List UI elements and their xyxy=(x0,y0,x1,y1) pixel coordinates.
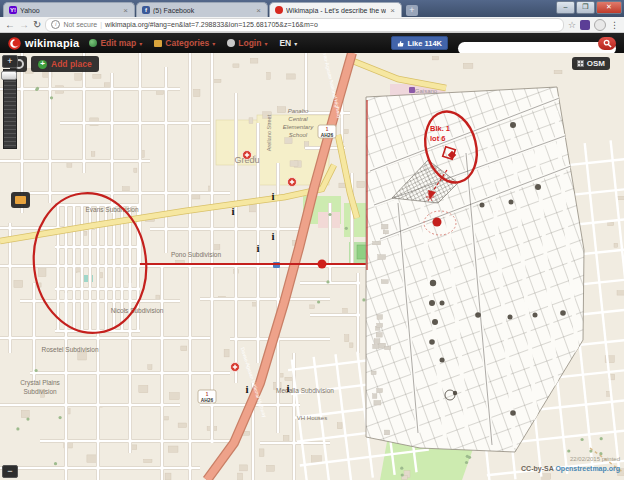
menu-label: Login xyxy=(238,38,261,48)
red-dot-target xyxy=(433,218,442,227)
map-label: Crystal Plains xyxy=(20,379,60,387)
info-place-marker[interactable]: i xyxy=(231,205,234,217)
window-controls: – ❒ ✕ xyxy=(556,1,622,14)
info-place-marker[interactable]: i xyxy=(256,242,259,254)
browser-titlebar: Y!Yahoo×f(5) Facebook×Wikimapia - Let's … xyxy=(0,0,624,17)
menu-login[interactable]: Login▾ xyxy=(227,38,267,48)
hospital-marker[interactable] xyxy=(243,151,252,160)
browser-tab[interactable]: Y!Yahoo× xyxy=(3,2,135,17)
tab-title: Yahoo xyxy=(20,7,119,14)
highway-shield: 1AH26 xyxy=(198,390,216,403)
license-label: CC-by-SA xyxy=(521,465,553,472)
blk-label: Blk. 1 xyxy=(430,124,450,133)
map-type-label: OSM xyxy=(587,59,605,68)
wikimapia-logo[interactable]: wikimapia xyxy=(8,37,79,50)
zoom-track[interactable] xyxy=(3,69,17,149)
zoom-handle[interactable] xyxy=(1,71,17,80)
stamp-blob xyxy=(510,410,516,416)
browser-tab[interactable]: f(5) Facebook× xyxy=(136,2,268,17)
info-place-marker[interactable]: i xyxy=(286,382,289,394)
minimize-button[interactable]: – xyxy=(556,1,575,14)
globe-icon xyxy=(89,39,97,47)
svg-text:AH26: AH26 xyxy=(201,398,214,403)
stamp-blob xyxy=(560,310,566,316)
close-window-button[interactable]: ✕ xyxy=(596,1,622,14)
chevron-down-icon: ▾ xyxy=(139,40,142,47)
maximize-button[interactable]: ❒ xyxy=(576,1,595,14)
info-place-marker[interactable]: i xyxy=(271,190,274,202)
minimap-toggle-button[interactable] xyxy=(11,192,30,208)
map-label: Arellano Street xyxy=(266,114,272,151)
map-label: Elementary xyxy=(283,124,314,130)
wikimapia-swirl-icon xyxy=(8,37,21,50)
menu-label: EN xyxy=(279,38,291,48)
hospital-marker[interactable] xyxy=(288,178,297,187)
address-bar[interactable]: i Not secure | wikimapia.org/#lang=en&la… xyxy=(45,18,564,32)
tab-title: (5) Facebook xyxy=(153,7,252,14)
zoom-out-button[interactable]: − xyxy=(2,465,18,478)
chevron-down-icon: ▾ xyxy=(212,40,215,47)
reload-button[interactable]: ↻ xyxy=(33,19,41,31)
zoom-in-button[interactable]: + xyxy=(2,55,18,68)
menu-en[interactable]: EN▾ xyxy=(279,38,297,48)
wikimapia-header: wikimapia Edit map▾Categories▾Login▾EN▾ … xyxy=(0,33,624,53)
menu-edit-map[interactable]: Edit map▾ xyxy=(89,38,142,48)
brand-text: wikimapia xyxy=(25,37,79,49)
map-label: Evans Subdivision xyxy=(85,206,138,213)
bookmark-star-icon[interactable]: ☆ xyxy=(568,20,576,30)
stamp-blob xyxy=(440,358,445,363)
stamp-blob xyxy=(535,184,541,190)
url-text[interactable]: wikimapia.org/#lang=en&lat=7.298833&lon=… xyxy=(105,21,318,28)
stamp-blob xyxy=(475,312,481,318)
browser-window: Y!Yahoo×f(5) Facebook×Wikimapia - Let's … xyxy=(0,0,624,480)
back-button[interactable]: ← xyxy=(5,19,15,31)
stamp-blob xyxy=(432,319,438,325)
map-label: Central xyxy=(288,116,308,122)
info-place-marker[interactable]: i xyxy=(245,383,248,395)
map-type-button[interactable]: OSM xyxy=(572,57,610,70)
browser-tab[interactable]: Wikimapia - Let's describe the w× xyxy=(269,2,402,17)
map-label: Subdivision xyxy=(23,388,57,395)
add-place-button[interactable]: + Add place xyxy=(31,56,99,72)
header-menus: Edit map▾Categories▾Login▾EN▾ xyxy=(89,38,297,48)
svg-text:AH26: AH26 xyxy=(321,133,334,138)
tab-close-icon[interactable]: × xyxy=(122,6,129,15)
tab-title: Wikimapia - Let's describe the w xyxy=(286,7,386,14)
search-button[interactable] xyxy=(598,37,616,50)
info-place-marker[interactable]: i xyxy=(271,230,274,242)
tab-close-icon[interactable]: × xyxy=(389,6,396,15)
info-icon[interactable]: i xyxy=(51,20,60,29)
map-viewport[interactable]: PanaboCentralElementarySchoolGreduEvans … xyxy=(0,53,624,480)
stamp-blob xyxy=(480,203,485,208)
menu-label: Categories xyxy=(165,38,209,48)
map-label: Pono Subdivision xyxy=(171,251,222,258)
map-label: Rosetel Subdivision xyxy=(41,346,98,353)
add-place-label: Add place xyxy=(51,59,92,69)
openstreetmap-link[interactable]: Openstreetmap.org xyxy=(555,465,620,472)
facebook-like-button[interactable]: Like 114K xyxy=(391,36,448,50)
layers-icon xyxy=(577,60,584,67)
map-canvas[interactable]: PanaboCentralElementarySchoolGreduEvans … xyxy=(0,53,624,480)
yahoo-favicon: Y! xyxy=(9,6,17,14)
thumb-up-icon xyxy=(397,40,404,47)
hospital-marker[interactable] xyxy=(231,363,240,372)
zoom-slider: + − xyxy=(0,53,18,163)
menu-categories[interactable]: Categories▾ xyxy=(154,38,215,48)
tab-close-icon[interactable]: × xyxy=(255,6,262,15)
forward-button[interactable]: → xyxy=(19,19,29,31)
browser-menu-icon[interactable]: ⋮ xyxy=(610,20,619,30)
extension-circle-icon[interactable] xyxy=(594,19,606,31)
stamp-blob xyxy=(440,301,445,306)
map-label: Nicols Subdivision xyxy=(111,307,164,314)
search-box xyxy=(458,37,616,50)
stamp-blob xyxy=(508,315,513,320)
new-tab-button[interactable]: + xyxy=(406,5,418,16)
chevron-down-icon: ▾ xyxy=(264,40,267,47)
attribution-note: 22/02/2015 printed xyxy=(521,456,620,464)
like-label: Like 114K xyxy=(407,39,442,48)
tab-strip: Y!Yahoo×f(5) Facebook×Wikimapia - Let's … xyxy=(3,2,418,17)
security-label: Not secure xyxy=(63,21,97,28)
map-label: School xyxy=(289,132,308,138)
search-icon xyxy=(603,39,612,48)
extension-v-icon[interactable] xyxy=(580,20,590,30)
